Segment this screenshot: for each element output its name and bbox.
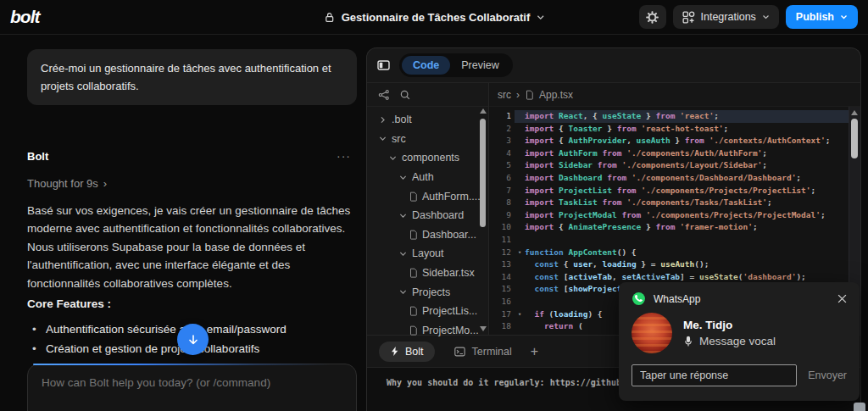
tab-bolt-terminal[interactable]: Bolt [379, 342, 435, 362]
code-line-5[interactable]: 5import Sidebar from './components/Layou… [489, 159, 860, 172]
fold-gutter [515, 283, 525, 296]
assistant-name: Bolt [27, 150, 48, 163]
line-number: 14 [489, 271, 511, 284]
tree-item-authform[interactable]: AuthForm.... [367, 186, 488, 206]
project-title: Gestionnaire de Tâches Collaboratif [342, 11, 531, 24]
integrations-button[interactable]: Integrations [673, 5, 779, 29]
line-number: 3 [489, 135, 511, 147]
add-terminal-button[interactable]: + [531, 345, 538, 358]
tree-item-layout[interactable]: Layout [367, 244, 488, 264]
tree-item-projects[interactable]: Projects [367, 282, 488, 302]
project-title-menu[interactable]: Gestionnaire de Tâches Collaboratif [324, 0, 545, 35]
scroll-up-arrow[interactable] [851, 110, 858, 115]
fold-chevron-icon[interactable]: ▾ [515, 308, 525, 321]
fold-gutter [515, 221, 525, 234]
app-window: bolt Gestionnaire de Tâches Collaboratif [0, 0, 868, 411]
scrollbar-thumb[interactable] [480, 119, 486, 227]
code-line-11[interactable]: 11 [489, 234, 860, 247]
code-line-8[interactable]: 8import TaskList from './components/Task… [489, 197, 860, 209]
code-line-9[interactable]: 9import ProjectModal from './components/… [489, 209, 860, 222]
line-number: 15 [489, 283, 511, 296]
tree-item-projectmo[interactable]: ProjectMo... [367, 321, 488, 341]
publish-button[interactable]: Publish [786, 5, 858, 29]
tree-item-label: ProjectLis... [422, 305, 477, 317]
search-icon[interactable] [399, 89, 411, 101]
sender-name: Me. Tidjo [683, 319, 776, 331]
code-line-2[interactable]: 2import { Toaster } from 'react-hot-toas… [489, 123, 860, 136]
file-icon [525, 90, 534, 100]
fold-gutter [515, 110, 525, 123]
code-line-13[interactable]: 13 const { user, loading } = useAuth(); [489, 258, 860, 271]
explorer-scrollbar[interactable] [479, 108, 487, 331]
arrow-down-icon [186, 333, 200, 347]
code-text: import ProjectModal from './components/P… [525, 209, 826, 222]
tab-code[interactable]: Code [402, 56, 450, 75]
chevron-right-icon: › [103, 177, 107, 190]
breadcrumb-file: App.tsx [539, 89, 573, 101]
scroll-down-arrow[interactable] [480, 326, 487, 331]
chat-panel: Crée-moi un gestionnaire de tâches avec … [0, 35, 366, 411]
line-number: 19 [489, 333, 511, 335]
tree-item-label: Dashboard [412, 209, 464, 221]
assistant-paragraph: Basé sur vos exigences, je vais créer un… [27, 202, 359, 292]
code-line-6[interactable]: 6import Dashboard from './components/Das… [489, 172, 860, 185]
code-text: import AuthForm from './components/Auth/… [525, 147, 767, 160]
line-number: 18 [489, 320, 511, 333]
bolt-tab-label: Bolt [405, 346, 424, 358]
chat-input[interactable] [28, 364, 356, 411]
file-icon [409, 230, 418, 240]
scrollbar-thumb[interactable] [851, 119, 858, 158]
code-text: if (loading) { [525, 308, 603, 321]
line-number: 9 [489, 209, 511, 222]
reply-input[interactable] [632, 364, 797, 386]
send-button[interactable]: Envoyer [808, 369, 847, 381]
sender-avatar [632, 313, 672, 353]
chevron-down-icon [398, 211, 408, 220]
tree-item-projectlis[interactable]: ProjectLis... [367, 302, 488, 321]
scroll-up-arrow[interactable] [480, 108, 487, 114]
breadcrumb-dir: src [498, 89, 511, 101]
code-line-10[interactable]: 10import { AnimatePresence } from 'frame… [489, 221, 860, 234]
code-line-12[interactable]: 12▾function AppContent() { [489, 247, 860, 259]
workbench-header: Code Preview [367, 48, 860, 83]
gear-icon [646, 11, 659, 24]
code-text: import { AnimatePresence } from 'framer-… [525, 221, 758, 234]
fold-gutter [515, 296, 525, 308]
file-graph-icon[interactable] [378, 89, 390, 101]
bolt-logo: bolt [10, 7, 39, 27]
fold-chevron-icon[interactable]: ▾ [515, 247, 525, 259]
publish-label: Publish [796, 11, 834, 23]
code-line-4[interactable]: 4import AuthForm from './components/Auth… [489, 147, 860, 160]
fold-gutter [515, 209, 525, 222]
tree-item-label: ProjectMo... [422, 325, 479, 336]
tree-item-src[interactable]: src [367, 130, 488, 149]
tab-terminal[interactable]: Terminal [453, 346, 512, 358]
taskbar-corner-widget[interactable] [854, 403, 865, 411]
line-number: 4 [489, 147, 511, 160]
features-heading: Core Features : [27, 297, 111, 310]
code-line-3[interactable]: 3import { AuthProvider, useAuth } from '… [489, 135, 860, 147]
tree-item-bolt[interactable]: .bolt [367, 110, 488, 130]
whatsapp-notification[interactable]: WhatsApp Me. Tidjo Message vocal [619, 282, 860, 401]
tree-item-dashboard[interactable]: Dashboard [367, 206, 488, 225]
message-menu-button[interactable]: ··· [337, 149, 351, 163]
code-text: import React, { useState } from 'react'; [525, 110, 719, 123]
thought-toggle[interactable]: Thought for 9s › [27, 177, 107, 190]
tree-item-sidebartsx[interactable]: Sidebar.tsx [367, 264, 488, 283]
code-line-7[interactable]: 7import ProjectList from './components/P… [489, 185, 860, 197]
chat-input-box[interactable] [27, 364, 357, 411]
tree-item-dashboar[interactable]: Dashboar... [367, 225, 488, 245]
panel-toggle-icon[interactable] [376, 58, 391, 72]
lock-icon [324, 11, 336, 24]
line-number: 10 [489, 221, 511, 234]
close-icon[interactable] [837, 294, 847, 303]
settings-button[interactable] [639, 5, 666, 29]
tree-item-auth[interactable]: Auth [367, 168, 488, 187]
code-line-1[interactable]: 1import React, { useState } from 'react'… [489, 110, 860, 123]
breadcrumb[interactable]: src › App.tsx [489, 83, 860, 107]
tab-preview[interactable]: Preview [450, 56, 509, 75]
chevron-down-icon [398, 173, 408, 182]
lightning-bolt-icon [390, 346, 399, 357]
scroll-to-bottom-button[interactable] [177, 324, 209, 355]
tree-item-components[interactable]: components [367, 148, 488, 168]
